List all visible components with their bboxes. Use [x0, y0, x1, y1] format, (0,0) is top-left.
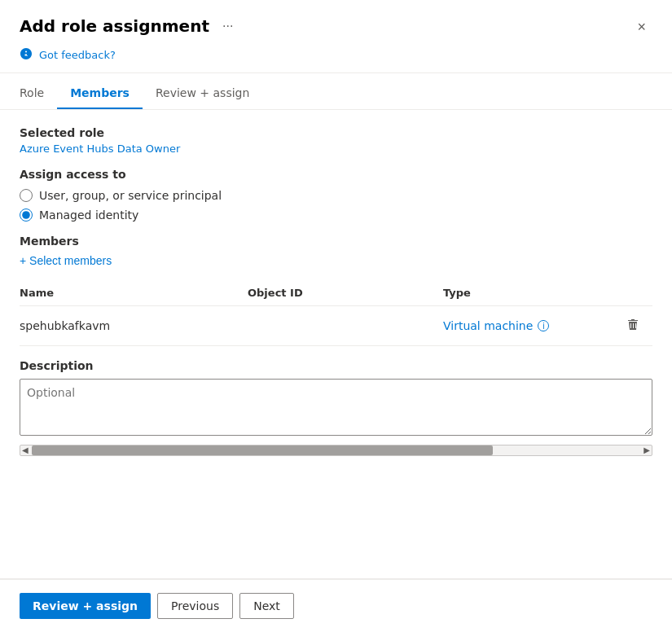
tabs-bar: Role Members Review + assign [0, 77, 672, 110]
radio-managed-label: Managed identity [39, 208, 138, 222]
scrollbar-thumb[interactable] [32, 445, 493, 455]
close-button[interactable]: × [630, 16, 652, 37]
col-header-objectid: Object ID [248, 280, 443, 306]
tab-members[interactable]: Members [57, 77, 143, 109]
members-section: Members + Select members Name Object ID … [20, 235, 652, 346]
feedback-icon [20, 47, 33, 63]
description-label: Description [20, 359, 652, 372]
assign-access-label: Assign access to [20, 168, 652, 181]
radio-item-usgsp[interactable]: User, group, or service principal [20, 189, 652, 202]
dialog-title: Add role assignment [20, 16, 209, 36]
col-header-type: Type [443, 280, 620, 306]
assign-access-section: Assign access to User, group, or service… [20, 168, 652, 222]
members-label: Members [20, 235, 652, 248]
description-section: Description [20, 359, 652, 438]
selected-role-value: Azure Event Hubs Data Owner [20, 143, 652, 155]
selected-role-label: Selected role [20, 126, 652, 139]
radio-usgsp[interactable] [20, 189, 33, 202]
ellipsis-button[interactable]: ··· [217, 17, 238, 35]
members-table: Name Object ID Type spehubkafkavm Virtua… [20, 280, 652, 346]
feedback-bar[interactable]: Got feedback? [0, 37, 672, 73]
review-assign-button[interactable]: Review + assign [20, 593, 151, 619]
radio-managed[interactable] [20, 208, 33, 222]
scroll-right-arrow[interactable]: ▶ [643, 446, 650, 454]
radio-item-managed[interactable]: Managed identity [20, 208, 652, 222]
member-name: spehubkafkavm [20, 306, 248, 346]
add-role-assignment-dialog: Add role assignment ··· × Got feedback? … [0, 0, 672, 632]
type-cell: Virtual machine i [443, 319, 610, 332]
col-header-name: Name [20, 280, 248, 306]
footer: Review + assign Previous Next [0, 579, 672, 632]
radio-usgsp-label: User, group, or service principal [39, 189, 222, 202]
select-members-button[interactable]: + Select members [20, 254, 112, 267]
selected-role-section: Selected role Azure Event Hubs Data Owne… [20, 126, 652, 155]
tab-role[interactable]: Role [20, 77, 57, 109]
spacer [0, 525, 672, 578]
scroll-left-arrow[interactable]: ◀ [22, 446, 29, 454]
info-icon[interactable]: i [538, 320, 549, 331]
delete-member-button[interactable] [623, 314, 643, 337]
type-label: Virtual machine [443, 319, 533, 332]
col-header-delete [620, 280, 652, 306]
feedback-label: Got feedback? [39, 49, 116, 61]
delete-cell [620, 306, 652, 346]
radio-group: User, group, or service principal Manage… [20, 189, 652, 222]
table-row: spehubkafkavm Virtual machine i [20, 306, 652, 346]
main-content: Selected role Azure Event Hubs Data Owne… [0, 110, 672, 525]
member-objectid [248, 306, 443, 346]
dialog-header: Add role assignment ··· × [0, 0, 672, 37]
description-textarea[interactable] [20, 379, 652, 436]
next-button[interactable]: Next [239, 593, 294, 619]
horizontal-scrollbar[interactable]: ◀ ▶ [20, 445, 652, 456]
member-type: Virtual machine i [443, 306, 620, 346]
tab-review[interactable]: Review + assign [143, 77, 262, 109]
previous-button[interactable]: Previous [157, 593, 233, 619]
